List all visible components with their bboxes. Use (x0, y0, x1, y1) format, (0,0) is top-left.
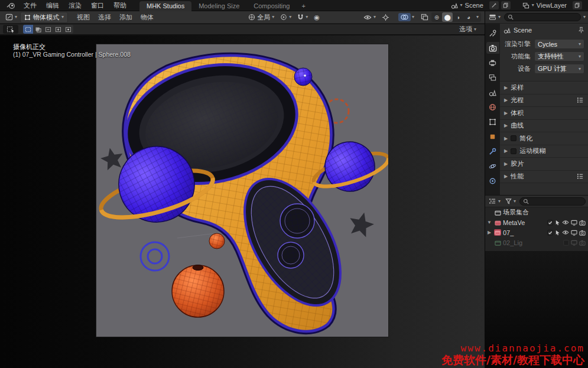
disable-render-icon[interactable] (579, 240, 586, 246)
tab-output[interactable] (486, 57, 499, 69)
tab-render[interactable] (486, 42, 499, 54)
chevron-right-icon: ▶ (504, 85, 508, 90)
tab-physics[interactable] (486, 160, 499, 172)
star-right (346, 210, 376, 239)
add-workspace-button[interactable]: + (297, 1, 310, 11)
select-mode-extend-button[interactable] (33, 25, 43, 34)
presets-icon[interactable] (577, 173, 584, 180)
outliner-search-input[interactable] (519, 197, 586, 206)
outliner-row-metave[interactable]: ▼ MetaVe (485, 217, 588, 227)
menu-render[interactable]: 渲染 (64, 0, 86, 11)
menu-add[interactable]: 添加 (115, 12, 137, 22)
checkbox-checked-icon[interactable] (547, 220, 553, 226)
editor-type-button[interactable]: ▾ (2, 13, 20, 21)
hide-viewport-icon[interactable] (562, 220, 569, 225)
tab-scene[interactable] (486, 86, 499, 98)
section-film[interactable]: ▶ 胶片 (500, 158, 588, 171)
pin-icon[interactable] (578, 27, 584, 34)
copy-scene-button[interactable] (501, 1, 511, 9)
collection-icon-red (494, 219, 501, 226)
presets-icon[interactable] (577, 97, 584, 103)
expand-toggle[interactable]: ▶ (486, 230, 492, 235)
section-performance[interactable]: ▶ 性能 (500, 171, 588, 184)
select-mode-set-button[interactable] (23, 25, 33, 34)
show-object-types-dropdown[interactable]: ▾ (360, 14, 379, 21)
tab-object-data[interactable] (486, 131, 499, 142)
copy-viewlayer-button[interactable] (573, 1, 582, 9)
scene-selector[interactable]: ▾ Scene (447, 1, 487, 9)
outliner-filter-button[interactable]: ▾ (504, 198, 517, 204)
properties-editor-type-button[interactable]: ▾ (488, 14, 502, 21)
tab-object[interactable] (486, 116, 499, 128)
motion-blur-checkbox[interactable] (511, 148, 516, 154)
mode-dropdown[interactable]: 物体模式 ▾ (20, 12, 68, 23)
menu-help[interactable]: 帮助 (109, 0, 131, 11)
simplify-checkbox[interactable] (511, 135, 516, 141)
outliner-display-mode-button[interactable]: ▾ (488, 198, 502, 204)
shading-solid-button[interactable]: ⬤ (442, 12, 453, 22)
outliner-row-07[interactable]: ▶ 07_ (485, 227, 588, 237)
viewport-3d[interactable]: 摄像机正交 (1) 07_VR Gaming Controller | Sphe… (0, 35, 485, 368)
chevron-right-icon: ▶ (504, 97, 508, 103)
disable-render-icon[interactable] (579, 230, 586, 236)
workspace-tab-mhk-studios[interactable]: MHK Studios (139, 1, 191, 11)
active-tool-select-box[interactable] (3, 25, 18, 34)
shading-rendered-button[interactable]: ◕ (463, 12, 474, 22)
disable-viewports-icon[interactable] (571, 240, 577, 246)
tab-modifiers[interactable] (486, 145, 499, 157)
outliner-row-02lig[interactable]: 02_Lig (485, 237, 588, 247)
tab-world[interactable] (486, 101, 499, 113)
tab-constraints[interactable] (486, 175, 499, 187)
menu-window[interactable]: 窗口 (86, 0, 109, 11)
viewlayer-selector[interactable]: ▾ ViewLayer (519, 1, 570, 9)
section-light-paths[interactable]: ▶ 光程 (500, 95, 588, 108)
disable-viewports-icon[interactable] (571, 230, 577, 236)
star-left (99, 145, 125, 171)
hide-viewport-icon[interactable] (562, 230, 569, 235)
device-dropdown[interactable]: GPU 计算 ▾ (534, 64, 584, 74)
menu-select[interactable]: 选择 (94, 12, 115, 22)
feature-set-dropdown[interactable]: 支持特性 ▾ (534, 51, 584, 61)
checkbox-unchecked-icon[interactable] (563, 240, 569, 246)
outliner-row-scene-collection[interactable]: 场景集合 (485, 207, 588, 217)
properties-search-input[interactable] (504, 13, 581, 21)
new-scene-button[interactable] (489, 1, 499, 9)
proportional-edit-toggle[interactable]: ◉ (311, 14, 323, 21)
transform-orientation-dropdown[interactable]: 全局 ▾ (245, 12, 277, 22)
section-sampling[interactable]: ▶ 采样 (500, 82, 588, 95)
workspace-tab-modeling-size[interactable]: Modeling Size (191, 1, 246, 11)
properties-filter-dropdown[interactable]: ▾ (583, 15, 586, 19)
shading-wireframe-button[interactable]: ⊕ (431, 12, 442, 22)
xray-toggle[interactable] (418, 13, 431, 21)
gizmos-toggle[interactable] (379, 13, 392, 22)
shading-material-button[interactable]: ◑ (453, 12, 463, 22)
section-simplify[interactable]: ▶ 简化 (500, 132, 588, 145)
select-mode-intersect-button[interactable] (63, 25, 73, 34)
select-mode-subtract-button[interactable] (43, 25, 53, 34)
section-curves[interactable]: ▶ 曲线 (500, 120, 588, 133)
shading-options-dropdown[interactable]: ▾ (474, 15, 481, 19)
tab-view-layer[interactable] (486, 71, 499, 83)
selectable-icon[interactable] (555, 230, 560, 236)
properties-panel: Scene 渲染引擎 Cycles ▾ 功能集 支持特性 (500, 24, 588, 195)
tool-options-dropdown[interactable]: 选项 ▾ (459, 25, 476, 34)
menu-file[interactable]: 文件 (19, 0, 41, 11)
section-motion-blur[interactable]: ▶ 运动模糊 (500, 145, 588, 158)
section-volumes[interactable]: ▶ 体积 (500, 107, 588, 120)
disable-viewports-icon[interactable] (571, 220, 577, 226)
pivot-point-dropdown[interactable]: ▾ (277, 13, 294, 21)
workspace-tab-compositing[interactable]: Compositing (246, 1, 297, 11)
menu-view[interactable]: 视图 (73, 12, 94, 22)
collapse-toggle[interactable]: ▼ (486, 220, 492, 225)
overlays-toggle[interactable] (398, 13, 411, 21)
menu-object[interactable]: 物体 (137, 12, 158, 22)
snap-toggle[interactable]: ▾ (294, 13, 311, 21)
menu-edit[interactable]: 编辑 (41, 0, 64, 11)
checkbox-checked-icon[interactable] (547, 230, 553, 236)
select-mode-invert-button[interactable] (53, 25, 63, 34)
disable-render-icon[interactable] (579, 220, 586, 226)
selectable-icon[interactable] (555, 220, 560, 226)
render-engine-dropdown[interactable]: Cycles ▾ (534, 39, 584, 49)
topbar: 文件 编辑 渲染 窗口 帮助 MHK Studios Modeling Size… (0, 0, 588, 11)
tab-tool[interactable] (486, 27, 499, 39)
